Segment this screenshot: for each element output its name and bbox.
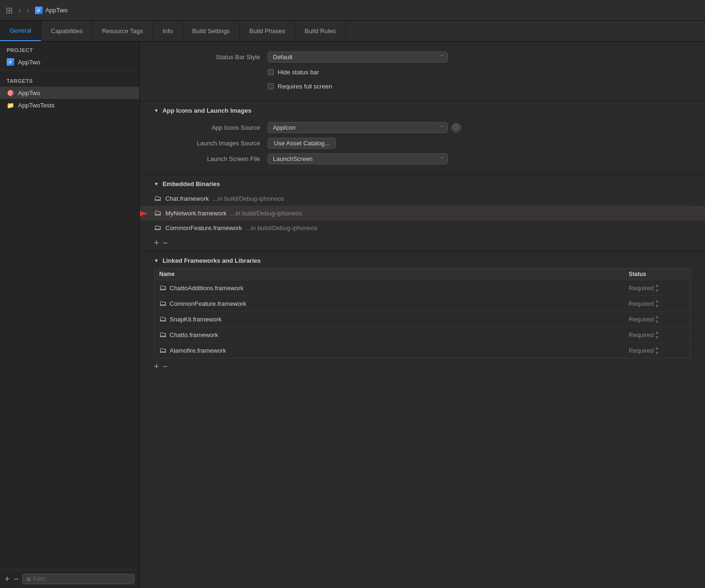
framework-row-chat[interactable]: 🗂 Chat.framework ...in build/Debug-iphon…: [154, 191, 691, 206]
chatto-icon: 🗂: [159, 330, 167, 339]
launch-images-source-label: Launch Images Source: [154, 140, 268, 147]
commonfeature2-cell: 🗂 CommonFeature.framework: [159, 299, 626, 308]
content-area: Status Bar Style Default Light Content D…: [140, 42, 705, 588]
sidebar-item-project[interactable]: A AppTwo: [0, 56, 139, 68]
sidebar-item-apptwotests[interactable]: 📁 AppTwoTests: [0, 99, 139, 111]
chat-framework-name: Chat.framework: [165, 195, 209, 202]
app-icons-source-control: AppIcon ⓘ: [268, 122, 691, 133]
linked-frameworks-triangle: ▼: [154, 258, 159, 263]
framework-row-mynetwork[interactable]: 🗂 MyNetwork.framework ...in build/Debug-…: [140, 206, 705, 221]
alamofire-name: Alamofire.framework: [170, 347, 226, 354]
status-bar-select[interactable]: Default Light Content Dark Content: [268, 52, 448, 62]
chatto-status-cell: Required ▲▼: [629, 330, 686, 340]
snapkit-icon: 🗂: [159, 315, 167, 323]
table-row-alamofire[interactable]: 🗂 Alamofire.framework Required ▲▼: [154, 343, 690, 358]
commonfeature2-icon: 🗂: [159, 299, 167, 308]
tab-build-settings[interactable]: Build Settings: [183, 21, 240, 41]
requires-full-screen-row: Requires full screen: [154, 79, 691, 93]
alamofire-status-cell: Required ▲▼: [629, 345, 686, 356]
filter-label: Filter: [33, 576, 46, 582]
tab-info[interactable]: Info: [153, 21, 183, 41]
hide-status-bar-checkbox[interactable]: [268, 69, 274, 75]
app-icons-info-button[interactable]: ⓘ: [452, 123, 461, 133]
chat-framework-path: ...in build/Debug-iphoneos: [213, 195, 284, 202]
app-icons-section-header[interactable]: ▼ App Icons and Launch Images: [140, 101, 705, 118]
sidebar-remove-button[interactable]: −: [14, 575, 19, 583]
embedded-frameworks-list: 🗂 Chat.framework ...in build/Debug-iphon…: [140, 191, 705, 235]
app-icons-source-row: App Icons Source AppIcon ⓘ: [154, 120, 691, 135]
grid-icon[interactable]: ⊞: [6, 5, 13, 16]
app-icons-section-title: App Icons and Launch Images: [163, 107, 252, 114]
use-asset-catalog-button[interactable]: Use Asset Catalog...: [268, 138, 336, 149]
alamofire-status-arrows[interactable]: ▲▼: [655, 345, 660, 356]
tab-build-phases[interactable]: Build Phases: [240, 21, 295, 41]
tab-resource-tags[interactable]: Resource Tags: [92, 21, 153, 41]
requires-full-screen-checkbox[interactable]: [268, 83, 274, 89]
linked-remove-button[interactable]: −: [163, 362, 168, 371]
tab-capabilities[interactable]: Capabilities: [41, 21, 92, 41]
embedded-add-button[interactable]: +: [154, 239, 159, 247]
project-icon: A: [7, 58, 14, 66]
main-layout: PROJECT A AppTwo TARGETS 🎯 AppTwo 📁 AppT…: [0, 42, 705, 588]
snapkit-status: Required: [629, 316, 654, 323]
chatto-cell: 🗂 Chatto.framework: [159, 330, 626, 339]
commonfeature2-status-cell: Required ▲▼: [629, 298, 686, 309]
embedded-add-remove-bar: + −: [140, 235, 705, 251]
app-icons-select[interactable]: AppIcon: [268, 122, 448, 133]
titlebar-title: A AppTwo: [35, 7, 68, 14]
hide-status-bar-row: Hide status bar: [154, 65, 691, 79]
chat-framework-icon: 🗂: [154, 194, 162, 203]
file-icon: A: [35, 7, 43, 14]
sidebar: PROJECT A AppTwo TARGETS 🎯 AppTwo 📁 AppT…: [0, 42, 140, 588]
framework-row-commonfeature[interactable]: 🗂 CommonFeature.framework ...in build/De…: [154, 221, 691, 235]
chatto-status-arrows[interactable]: ▲▼: [655, 330, 660, 340]
linked-frameworks-title: Linked Frameworks and Libraries: [163, 257, 261, 264]
mynetwork-framework-icon: 🗂: [154, 209, 162, 217]
back-button[interactable]: ‹: [17, 5, 23, 16]
titlebar: ⊞ ‹ › A AppTwo: [0, 0, 705, 21]
tabbar: General Capabilities Resource Tags Info …: [0, 21, 705, 42]
tab-build-rules[interactable]: Build Rules: [295, 21, 346, 41]
sidebar-footer: + − ⊙ Filter: [0, 570, 139, 588]
target-apptwo-label: AppTwo: [18, 89, 40, 97]
linked-frameworks-section-header[interactable]: ▼ Linked Frameworks and Libraries: [140, 251, 705, 268]
tab-general[interactable]: General: [0, 21, 41, 41]
launch-screen-file-row: Launch Screen File LaunchScreen: [154, 151, 691, 167]
embedded-remove-button[interactable]: −: [163, 239, 168, 247]
target-apptwo-icon: 🎯: [7, 89, 14, 97]
requires-full-screen-label: Requires full screen: [278, 83, 332, 90]
table-header: Name Status: [154, 268, 690, 280]
sidebar-item-apptwo[interactable]: 🎯 AppTwo: [0, 87, 139, 99]
launch-screen-file-label: Launch Screen File: [154, 155, 268, 162]
embedded-binaries-triangle: ▼: [154, 181, 159, 187]
filter-icon: ⊙: [27, 576, 31, 582]
snapkit-status-arrows[interactable]: ▲▼: [655, 314, 660, 324]
launch-screen-select[interactable]: LaunchScreen: [268, 153, 448, 164]
table-row-snapkit[interactable]: 🗂 SnapKit.framework Required ▲▼: [154, 312, 690, 327]
launch-images-source-row: Launch Images Source Use Asset Catalog..…: [154, 135, 691, 151]
snapkit-cell: 🗂 SnapKit.framework: [159, 315, 626, 323]
commonfeature-framework-icon: 🗂: [154, 223, 162, 232]
status-bar-label: Status Bar Style: [154, 53, 268, 61]
sidebar-add-button[interactable]: +: [5, 575, 10, 583]
embedded-binaries-section-header[interactable]: ▼ Embedded Binaries: [140, 174, 705, 191]
alamofire-icon: 🗂: [159, 346, 167, 355]
filter-box: ⊙ Filter: [22, 574, 135, 584]
chattoadd-status: Required: [629, 285, 654, 292]
table-row-chatto[interactable]: 🗂 Chatto.framework Required ▲▼: [154, 327, 690, 343]
commonfeature2-status-arrows[interactable]: ▲▼: [655, 298, 660, 309]
chattoadd-status-cell: Required ▲▼: [629, 283, 686, 293]
launch-screen-select-wrapper: LaunchScreen: [268, 153, 448, 164]
forward-button[interactable]: ›: [25, 5, 31, 16]
status-bar-row: Status Bar Style Default Light Content D…: [154, 49, 691, 65]
table-row-chattoadd[interactable]: 🗂 ChattoAdditions.framework Required ▲▼: [154, 280, 690, 296]
linked-add-button[interactable]: +: [154, 362, 159, 371]
app-icons-source-label: App Icons Source: [154, 124, 268, 131]
commonfeature2-status: Required: [629, 300, 654, 307]
app-icons-select-wrapper: AppIcon: [268, 122, 448, 133]
requires-full-screen-control: Requires full screen: [268, 83, 691, 90]
table-row-commonfeature2[interactable]: 🗂 CommonFeature.framework Required ▲▼: [154, 296, 690, 312]
chattoadd-status-arrows[interactable]: ▲▼: [655, 283, 660, 293]
chattoadd-icon: 🗂: [159, 284, 167, 292]
project-title: AppTwo: [45, 7, 68, 14]
